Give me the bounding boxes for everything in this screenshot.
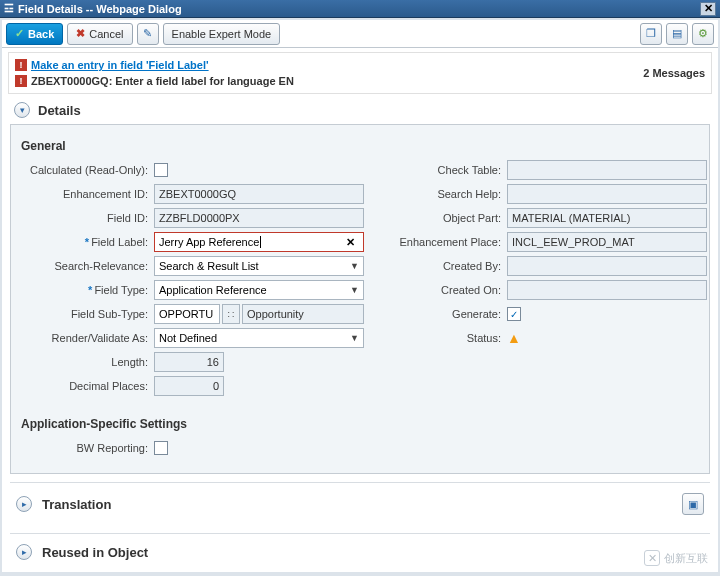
edit-icon-button[interactable]: ✎ — [137, 23, 159, 45]
check-icon: ✓ — [15, 27, 24, 40]
input-check-table — [507, 160, 707, 180]
checkbox-generate[interactable]: ✓ — [507, 307, 521, 321]
error-icon: ! — [15, 75, 27, 87]
details-panel: General Calculated (Read-Only): Enhancem… — [10, 124, 710, 474]
collapse-icon[interactable]: ▾ — [14, 102, 30, 118]
label-render-as: Render/Validate As: — [19, 332, 154, 344]
error-icon: ! — [15, 59, 27, 71]
clear-icon[interactable]: ✕ — [342, 236, 359, 249]
expert-label: Enable Expert Mode — [172, 28, 272, 40]
section-header-details: ▾ Details — [10, 94, 710, 124]
input-created-on — [507, 280, 707, 300]
pencil-icon: ✎ — [143, 27, 152, 40]
input-field-label-value: Jerry App Reference — [159, 236, 259, 248]
input-decimals — [154, 376, 224, 396]
checkbox-calc-ro[interactable] — [154, 163, 168, 177]
label-field-id: Field ID: — [19, 212, 154, 224]
label-created-on: Created On: — [372, 284, 507, 296]
print-icon[interactable]: ▤ — [666, 23, 688, 45]
message-row: ! Make an entry in field 'Field Label' — [15, 57, 643, 73]
label-search-rel: Search-Relevance: — [19, 260, 154, 272]
label-length: Length: — [19, 356, 154, 368]
chevron-down-icon: ▼ — [350, 285, 359, 295]
back-button[interactable]: ✓ Back — [6, 23, 63, 45]
label-decimals: Decimal Places: — [19, 380, 154, 392]
back-label: Back — [28, 28, 54, 40]
section-header-reused: ▸ Reused in Object — [10, 533, 710, 570]
label-object-part: Object Part: — [372, 212, 507, 224]
chevron-down-icon: ▼ — [350, 333, 359, 343]
expand-icon[interactable]: ▸ — [16, 544, 32, 560]
label-search-help: Search Help: — [372, 188, 507, 200]
message-row: ! ZBEXT0000GQ: Enter a field label for l… — [15, 73, 643, 89]
window-titlebar: ☲ Field Details -- Webpage Dialog ✕ — [0, 0, 720, 18]
input-field-label-wrap[interactable]: Jerry App Reference ✕ — [154, 232, 364, 252]
group-title-general: General — [19, 131, 701, 157]
message-bar: ! Make an entry in field 'Field Label' !… — [8, 52, 712, 94]
cancel-icon: ✖ — [76, 27, 85, 40]
checkbox-bw-report[interactable] — [154, 441, 168, 455]
input-subtype-long — [242, 304, 364, 324]
close-icon[interactable]: ✕ — [700, 2, 716, 16]
message-text: ZBEXT0000GQ: Enter a field label for lan… — [31, 73, 294, 89]
section-header-translation: ▸ Translation ▣ — [10, 482, 710, 525]
section-title: Translation — [42, 497, 111, 512]
f4-help-icon[interactable]: ⸬ — [222, 304, 240, 324]
label-field-label: *Field Label: — [19, 236, 154, 248]
input-length — [154, 352, 224, 372]
label-status: Status: — [372, 332, 507, 344]
toolbar: ✓ Back ✖ Cancel ✎ Enable Expert Mode ❐ ▤… — [2, 20, 718, 48]
input-field-id — [154, 208, 364, 228]
message-link[interactable]: Make an entry in field 'Field Label' — [31, 57, 209, 73]
window-title: Field Details -- Webpage Dialog — [18, 3, 182, 15]
input-object-part — [507, 208, 707, 228]
label-enh-place: Enhancement Place: — [372, 236, 507, 248]
select-field-type[interactable]: Application Reference▼ — [154, 280, 364, 300]
back-to-top-icon[interactable]: ▣ — [682, 493, 704, 515]
chevron-down-icon: ▼ — [350, 261, 359, 271]
label-field-type: *Field Type: — [19, 284, 154, 296]
cancel-button[interactable]: ✖ Cancel — [67, 23, 132, 45]
input-subtype-short[interactable] — [154, 304, 220, 324]
warning-icon: ▲ — [507, 330, 521, 346]
expand-icon[interactable]: ▸ — [16, 496, 32, 512]
app-icon: ☲ — [4, 2, 14, 15]
label-field-subtype: Field Sub-Type: — [19, 308, 154, 320]
label-calc-ro: Calculated (Read-Only): — [19, 164, 154, 176]
new-window-icon[interactable]: ❐ — [640, 23, 662, 45]
select-render-as[interactable]: Not Defined▼ — [154, 328, 364, 348]
label-enh-id: Enhancement ID: — [19, 188, 154, 200]
caret-icon — [260, 236, 261, 248]
personalize-icon[interactable]: ⚙ — [692, 23, 714, 45]
label-bw-report: BW Reporting: — [19, 442, 154, 454]
input-enh-place — [507, 232, 707, 252]
input-enh-id — [154, 184, 364, 204]
message-count: 2 Messages — [643, 67, 705, 79]
cancel-label: Cancel — [89, 28, 123, 40]
enable-expert-mode-button[interactable]: Enable Expert Mode — [163, 23, 281, 45]
label-generate: Generate: — [372, 308, 507, 320]
input-created-by — [507, 256, 707, 276]
label-created-by: Created By: — [372, 260, 507, 272]
group-title-app-specific: Application-Specific Settings — [19, 409, 701, 435]
label-check-table: Check Table: — [372, 164, 507, 176]
section-title: Details — [38, 103, 81, 118]
select-search-rel[interactable]: Search & Result List▼ — [154, 256, 364, 276]
input-search-help — [507, 184, 707, 204]
section-title: Reused in Object — [42, 545, 148, 560]
